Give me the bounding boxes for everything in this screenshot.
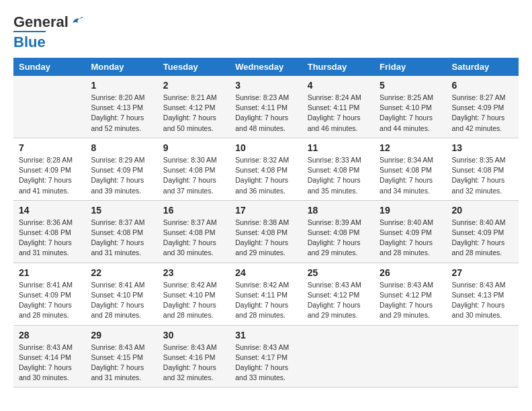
calendar-cell: 27Sunrise: 8:43 AMSunset: 4:13 PMDayligh… xyxy=(447,263,519,325)
day-info: Sunrise: 8:39 AMSunset: 4:08 PMDaylight:… xyxy=(308,218,369,259)
day-number: 1 xyxy=(91,80,152,91)
day-number: 21 xyxy=(19,267,80,278)
calendar-cell xyxy=(13,76,85,138)
calendar-cell: 13Sunrise: 8:35 AMSunset: 4:08 PMDayligh… xyxy=(447,138,519,200)
day-info: Sunrise: 8:43 AMSunset: 4:16 PMDaylight:… xyxy=(163,342,224,383)
calendar-week-2: 7Sunrise: 8:28 AMSunset: 4:09 PMDaylight… xyxy=(13,138,519,200)
page-header: General Blue xyxy=(13,13,519,51)
day-number: 16 xyxy=(163,205,224,216)
day-number: 10 xyxy=(235,142,296,153)
day-number: 17 xyxy=(235,205,296,216)
day-info: Sunrise: 8:27 AMSunset: 4:09 PMDaylight:… xyxy=(452,93,513,134)
day-number: 25 xyxy=(308,267,369,278)
day-number: 27 xyxy=(452,267,513,278)
day-number: 4 xyxy=(308,80,369,91)
day-info: Sunrise: 8:40 AMSunset: 4:09 PMDaylight:… xyxy=(380,218,441,259)
calendar-header-row: SundayMondayTuesdayWednesdayThursdayFrid… xyxy=(13,58,519,76)
day-number: 18 xyxy=(308,205,369,216)
day-info: Sunrise: 8:37 AMSunset: 4:08 PMDaylight:… xyxy=(163,218,224,259)
calendar-week-3: 14Sunrise: 8:36 AMSunset: 4:08 PMDayligh… xyxy=(13,200,519,263)
day-info: Sunrise: 8:29 AMSunset: 4:09 PMDaylight:… xyxy=(91,155,152,196)
day-info: Sunrise: 8:23 AMSunset: 4:11 PMDaylight:… xyxy=(235,93,296,134)
calendar-cell: 10Sunrise: 8:32 AMSunset: 4:08 PMDayligh… xyxy=(230,138,302,200)
day-info: Sunrise: 8:42 AMSunset: 4:11 PMDaylight:… xyxy=(235,280,296,321)
column-header-thursday: Thursday xyxy=(302,58,374,76)
day-number: 30 xyxy=(163,330,224,340)
day-info: Sunrise: 8:24 AMSunset: 4:11 PMDaylight:… xyxy=(308,93,369,134)
day-number: 8 xyxy=(91,142,152,153)
calendar-cell: 7Sunrise: 8:28 AMSunset: 4:09 PMDaylight… xyxy=(13,138,85,200)
calendar-cell: 22Sunrise: 8:41 AMSunset: 4:10 PMDayligh… xyxy=(85,263,157,325)
day-info: Sunrise: 8:21 AMSunset: 4:12 PMDaylight:… xyxy=(163,93,224,134)
column-header-wednesday: Wednesday xyxy=(230,58,302,76)
day-number: 22 xyxy=(91,267,152,278)
day-info: Sunrise: 8:25 AMSunset: 4:10 PMDaylight:… xyxy=(380,93,441,134)
logo-bird-icon xyxy=(70,13,85,28)
calendar-week-5: 28Sunrise: 8:43 AMSunset: 4:14 PMDayligh… xyxy=(13,325,519,387)
day-info: Sunrise: 8:42 AMSunset: 4:10 PMDaylight:… xyxy=(163,280,224,321)
calendar-cell: 1Sunrise: 8:20 AMSunset: 4:13 PMDaylight… xyxy=(85,76,157,138)
column-header-tuesday: Tuesday xyxy=(158,58,230,76)
column-header-saturday: Saturday xyxy=(447,58,519,76)
calendar-cell: 12Sunrise: 8:34 AMSunset: 4:08 PMDayligh… xyxy=(374,138,446,200)
day-info: Sunrise: 8:30 AMSunset: 4:08 PMDaylight:… xyxy=(163,155,224,196)
day-number: 31 xyxy=(235,330,296,340)
calendar-cell: 23Sunrise: 8:42 AMSunset: 4:10 PMDayligh… xyxy=(158,263,230,325)
calendar-cell: 18Sunrise: 8:39 AMSunset: 4:08 PMDayligh… xyxy=(302,200,374,263)
calendar-cell: 6Sunrise: 8:27 AMSunset: 4:09 PMDaylight… xyxy=(447,76,519,138)
calendar-cell: 14Sunrise: 8:36 AMSunset: 4:08 PMDayligh… xyxy=(13,200,85,263)
calendar-cell: 2Sunrise: 8:21 AMSunset: 4:12 PMDaylight… xyxy=(158,76,230,138)
calendar-week-4: 21Sunrise: 8:41 AMSunset: 4:09 PMDayligh… xyxy=(13,263,519,325)
day-info: Sunrise: 8:43 AMSunset: 4:14 PMDaylight:… xyxy=(19,342,80,383)
calendar-cell: 9Sunrise: 8:30 AMSunset: 4:08 PMDaylight… xyxy=(158,138,230,200)
day-info: Sunrise: 8:32 AMSunset: 4:08 PMDaylight:… xyxy=(235,155,296,196)
calendar-cell: 17Sunrise: 8:38 AMSunset: 4:08 PMDayligh… xyxy=(230,200,302,263)
day-info: Sunrise: 8:43 AMSunset: 4:15 PMDaylight:… xyxy=(91,342,152,383)
calendar-cell: 29Sunrise: 8:43 AMSunset: 4:15 PMDayligh… xyxy=(85,325,157,387)
calendar-cell: 26Sunrise: 8:43 AMSunset: 4:12 PMDayligh… xyxy=(374,263,446,325)
calendar-cell: 28Sunrise: 8:43 AMSunset: 4:14 PMDayligh… xyxy=(13,325,85,387)
calendar-table: SundayMondayTuesdayWednesdayThursdayFrid… xyxy=(13,58,519,387)
day-info: Sunrise: 8:41 AMSunset: 4:10 PMDaylight:… xyxy=(91,280,152,321)
day-number: 3 xyxy=(235,80,296,91)
day-info: Sunrise: 8:34 AMSunset: 4:08 PMDaylight:… xyxy=(380,155,441,196)
day-number: 11 xyxy=(308,142,369,153)
day-number: 26 xyxy=(380,267,441,278)
day-info: Sunrise: 8:43 AMSunset: 4:12 PMDaylight:… xyxy=(308,280,369,321)
logo-general-text: General xyxy=(13,13,69,31)
logo-blue-text: Blue xyxy=(13,31,46,51)
day-number: 7 xyxy=(19,142,80,153)
day-info: Sunrise: 8:43 AMSunset: 4:13 PMDaylight:… xyxy=(452,280,513,321)
day-info: Sunrise: 8:43 AMSunset: 4:17 PMDaylight:… xyxy=(235,342,296,383)
day-number: 2 xyxy=(163,80,224,91)
calendar-cell xyxy=(302,325,374,387)
day-info: Sunrise: 8:28 AMSunset: 4:09 PMDaylight:… xyxy=(19,155,80,196)
calendar-cell: 16Sunrise: 8:37 AMSunset: 4:08 PMDayligh… xyxy=(158,200,230,263)
column-header-monday: Monday xyxy=(85,58,157,76)
day-number: 14 xyxy=(19,205,80,216)
day-number: 23 xyxy=(163,267,224,278)
day-number: 9 xyxy=(163,142,224,153)
calendar-cell: 19Sunrise: 8:40 AMSunset: 4:09 PMDayligh… xyxy=(374,200,446,263)
column-header-friday: Friday xyxy=(374,58,446,76)
day-info: Sunrise: 8:37 AMSunset: 4:08 PMDaylight:… xyxy=(91,218,152,259)
calendar-cell: 5Sunrise: 8:25 AMSunset: 4:10 PMDaylight… xyxy=(374,76,446,138)
day-info: Sunrise: 8:38 AMSunset: 4:08 PMDaylight:… xyxy=(235,218,296,259)
calendar-cell: 31Sunrise: 8:43 AMSunset: 4:17 PMDayligh… xyxy=(230,325,302,387)
calendar-cell: 8Sunrise: 8:29 AMSunset: 4:09 PMDaylight… xyxy=(85,138,157,200)
calendar-cell xyxy=(374,325,446,387)
day-number: 28 xyxy=(19,330,80,340)
day-number: 20 xyxy=(452,205,513,216)
calendar-cell: 25Sunrise: 8:43 AMSunset: 4:12 PMDayligh… xyxy=(302,263,374,325)
day-info: Sunrise: 8:36 AMSunset: 4:08 PMDaylight:… xyxy=(19,218,80,259)
calendar-cell: 24Sunrise: 8:42 AMSunset: 4:11 PMDayligh… xyxy=(230,263,302,325)
day-number: 13 xyxy=(452,142,513,153)
day-number: 5 xyxy=(380,80,441,91)
logo: General Blue xyxy=(13,13,85,51)
day-info: Sunrise: 8:41 AMSunset: 4:09 PMDaylight:… xyxy=(19,280,80,321)
day-info: Sunrise: 8:40 AMSunset: 4:09 PMDaylight:… xyxy=(452,218,513,259)
calendar-cell: 20Sunrise: 8:40 AMSunset: 4:09 PMDayligh… xyxy=(447,200,519,263)
day-number: 29 xyxy=(91,330,152,340)
day-info: Sunrise: 8:20 AMSunset: 4:13 PMDaylight:… xyxy=(91,93,152,134)
calendar-cell: 15Sunrise: 8:37 AMSunset: 4:08 PMDayligh… xyxy=(85,200,157,263)
